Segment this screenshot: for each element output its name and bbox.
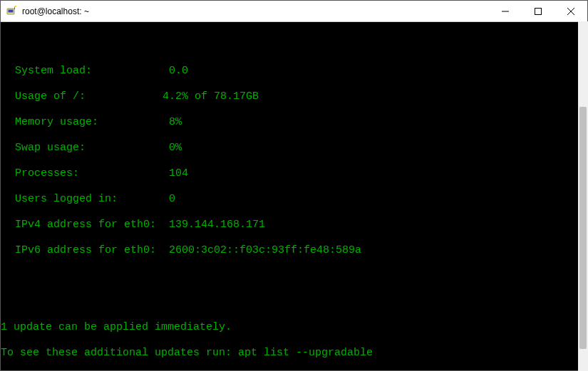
stat-label: Swap usage:: [15, 142, 86, 154]
maximize-icon: [535, 8, 542, 15]
svg-rect-1: [9, 9, 14, 12]
titlebar[interactable]: root@localhost: ~: [1, 1, 587, 22]
terminal-window: root@localhost: ~ System load: 0.0 Usage…: [0, 0, 588, 371]
stat-row-disk: Usage of /: 4.2% of 78.17GB: [1, 90, 587, 103]
close-button[interactable]: [555, 1, 587, 22]
update-line: To see these additional updates run: apt…: [1, 347, 587, 360]
stat-value: 104: [169, 167, 188, 179]
close-icon: [567, 8, 574, 15]
blank-line: [1, 39, 587, 52]
minimize-icon: [502, 8, 509, 15]
stat-row-ipv6: IPv6 address for eth0: 2600:3c02::f03c:9…: [1, 244, 587, 257]
scrollbar-thumb[interactable]: [579, 107, 587, 349]
stat-label: Memory usage:: [15, 116, 98, 128]
stat-label: System load:: [15, 65, 92, 77]
terminal-output[interactable]: System load: 0.0 Usage of /: 4.2% of 78.…: [1, 22, 587, 370]
blank-line: [1, 270, 587, 283]
scrollbar[interactable]: [578, 21, 588, 371]
stat-row-swap: Swap usage: 0%: [1, 142, 587, 155]
maximize-button[interactable]: [522, 1, 555, 22]
stat-label: IPv6 address for eth0:: [15, 244, 156, 256]
stat-value: 139.144.168.171: [169, 219, 265, 231]
stat-label: Usage of /:: [15, 90, 86, 103]
stat-value: 0.0: [169, 65, 188, 77]
stat-label: IPv4 address for eth0:: [15, 219, 156, 231]
stat-row-users: Users logged in: 0: [1, 193, 587, 206]
stat-value: 2600:3c02::f03c:93ff:fe48:589a: [169, 244, 361, 256]
stat-row-proc: Processes: 104: [1, 167, 587, 180]
stat-row-ipv4: IPv4 address for eth0: 139.144.168.171: [1, 219, 587, 231]
stat-label: Users logged in:: [15, 193, 118, 205]
window-title: root@localhost: ~: [22, 6, 89, 16]
minimize-button[interactable]: [489, 1, 522, 22]
stat-row-load: System load: 0.0: [1, 65, 587, 78]
blank-line: [1, 296, 587, 308]
stat-value: 0%: [169, 142, 182, 154]
stat-label: Processes:: [15, 167, 79, 179]
update-line: 1 update can be applied immediately.: [1, 321, 587, 334]
stat-value: 0: [169, 193, 175, 205]
stat-value: 8%: [169, 116, 182, 128]
stat-value: 4.2% of 78.17GB: [163, 90, 259, 103]
stat-row-mem: Memory usage: 8%: [1, 116, 587, 129]
putty-icon: [6, 6, 18, 17]
svg-rect-4: [535, 8, 542, 14]
